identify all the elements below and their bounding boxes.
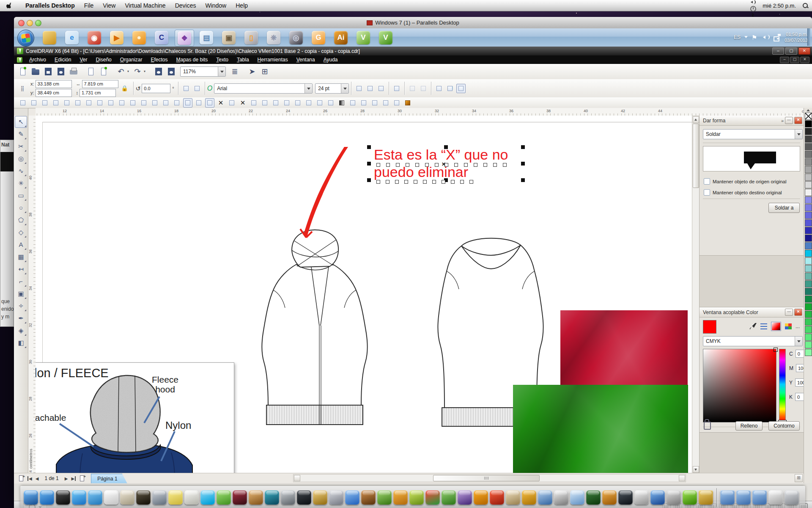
taskbar-molecules[interactable]: ❊	[264, 30, 283, 46]
outline-button[interactable]: Contorno	[768, 421, 800, 431]
blend-tool[interactable]: ▣	[15, 288, 27, 300]
dock-dvd-player[interactable]	[329, 490, 343, 505]
connector-tool[interactable]: ⌐	[15, 276, 27, 287]
italic-button[interactable]: I	[365, 84, 375, 93]
mac-menu-devices[interactable]: Devices	[170, 2, 201, 9]
character-node[interactable]	[414, 180, 417, 184]
dock-corel-connect[interactable]	[393, 490, 408, 505]
palette-swatch[interactable]	[805, 242, 812, 249]
mac-menu-parallels-desktop[interactable]: Parallels Desktop	[21, 2, 80, 9]
dock-system-preferences[interactable]	[281, 490, 295, 505]
artistic-media-tool[interactable]: ✳	[15, 177, 27, 189]
taskbar-parallels-shared[interactable]: V	[376, 30, 395, 46]
palette-swatch[interactable]	[805, 151, 812, 158]
menu-mapas-de-bits[interactable]: Mapas de bits	[172, 55, 212, 64]
swatch-b-button[interactable]	[392, 98, 401, 108]
welcome-grid-button[interactable]: ⊞	[260, 66, 270, 77]
text-properties-button[interactable]: O	[456, 84, 466, 93]
dock-finder[interactable]	[24, 490, 38, 505]
dock-earth[interactable]	[586, 490, 601, 505]
align-center-button[interactable]	[117, 98, 126, 108]
palette-swatch[interactable]	[805, 318, 812, 326]
zoom-traffic-light[interactable]	[35, 20, 41, 26]
mac-menu-window[interactable]: Window	[200, 2, 231, 9]
tray-caret-icon[interactable]	[744, 36, 748, 38]
character-node[interactable]	[425, 163, 429, 167]
vest-front-drawing[interactable]	[237, 224, 392, 426]
copy-button[interactable]	[86, 66, 96, 77]
mirror-vertical-icon[interactable]	[192, 84, 202, 93]
rotate-button[interactable]	[304, 98, 313, 108]
menu-edición[interactable]: Edición	[50, 55, 75, 64]
parallels-title-bar[interactable]: Windows 7 (1) – Parallels Desktop	[14, 17, 812, 29]
palette-swatch[interactable]	[805, 280, 812, 287]
pick-tool[interactable]: ↖	[15, 116, 27, 128]
basic-shapes-tool[interactable]: ◇	[15, 226, 27, 238]
character-node[interactable]	[442, 180, 445, 184]
funnel-filter-button[interactable]	[348, 98, 357, 108]
color-palettes-icon[interactable]	[785, 323, 792, 329]
windows-clock[interactable]: 01:50 p.m. 03/07/2013	[785, 31, 808, 43]
spotlight-icon[interactable]	[802, 2, 809, 9]
character-node[interactable]	[395, 180, 399, 184]
docker-chevrons[interactable]: »	[781, 118, 784, 123]
menu-ventana[interactable]: Ventana	[292, 55, 319, 64]
volume-icon[interactable]	[750, 0, 757, 6]
taskbar-camera[interactable]: ◎	[287, 30, 305, 46]
character-node[interactable]	[483, 163, 487, 167]
dock-lightbulb[interactable]	[570, 490, 584, 505]
menu-herramientas[interactable]: Herramientas	[253, 55, 292, 64]
text-alignment-icon[interactable]	[392, 84, 401, 93]
undo-button[interactable]: ↶	[116, 66, 126, 77]
taskbar-realplayer[interactable]: ◉	[85, 30, 104, 46]
palette-swatch[interactable]	[805, 212, 812, 219]
show-desktop-button[interactable]	[807, 28, 810, 46]
palette-swatch[interactable]	[805, 311, 812, 318]
docker-minimize-button[interactable]: —	[785, 309, 793, 316]
red-arrow-annotation[interactable]	[291, 147, 354, 238]
taskbar-corel-connect[interactable]: G	[309, 30, 328, 46]
dock-dashboard[interactable]	[56, 490, 70, 505]
selection-handle[interactable]	[521, 145, 525, 149]
doc-restore-button[interactable]: ▢	[790, 57, 799, 63]
taskbar-printer[interactable]: ▣	[219, 30, 238, 46]
dock-chrome[interactable]	[425, 490, 440, 505]
color-eyedropper-tool[interactable]: ✧	[15, 300, 27, 312]
palette-swatch[interactable]	[805, 235, 812, 242]
minimize-button[interactable]: –	[772, 47, 784, 55]
rectangle-tool[interactable]: ▭	[15, 190, 27, 202]
swatch-a-button[interactable]	[381, 98, 390, 108]
palette-swatch[interactable]	[805, 189, 812, 196]
color-selector-marker[interactable]	[774, 348, 778, 352]
weld-button[interactable]	[18, 98, 27, 108]
character-node[interactable]	[406, 163, 409, 167]
eyedropper-tool-button[interactable]	[403, 98, 412, 108]
dock-folder-bars[interactable]	[699, 490, 713, 505]
interactive-fill-tool[interactable]: ◧	[15, 337, 27, 349]
menu-ver[interactable]: Ver	[75, 55, 91, 64]
mac-clock[interactable]: mié 2:50 p.m.	[763, 3, 796, 9]
freehand-tool[interactable]: ∿	[15, 165, 27, 177]
previous-page-button[interactable]: ◀	[36, 476, 39, 481]
palette-swatch[interactable]	[805, 295, 812, 303]
palette-swatch[interactable]	[805, 204, 812, 211]
ungroup-button[interactable]	[150, 98, 159, 108]
trim-button[interactable]	[29, 98, 38, 108]
font-size-tool-button[interactable]	[282, 98, 291, 108]
shear-button[interactable]	[293, 98, 302, 108]
distribute-button[interactable]	[128, 98, 137, 108]
smart-fill-tool[interactable]: ◈	[15, 325, 27, 337]
underline-button[interactable]: U	[376, 84, 386, 93]
dock-wmv-player[interactable]	[442, 490, 456, 505]
selection-handle[interactable]	[367, 145, 371, 149]
palette-scroll-up-icon[interactable]	[807, 109, 810, 111]
eyedropper-icon[interactable]	[750, 323, 757, 330]
align-bars-2-button[interactable]	[260, 98, 269, 108]
checkbox[interactable]	[704, 178, 710, 185]
dock-safari[interactable]	[72, 490, 86, 505]
delete-x-button[interactable]: ✕	[216, 98, 225, 108]
scroll-down-button[interactable]	[693, 466, 699, 473]
dock-display[interactable]	[458, 490, 472, 505]
snap-options-button[interactable]: ≣	[230, 66, 240, 77]
vertical-ruler[interactable]: 403836343230282624 centímetros	[28, 116, 36, 473]
